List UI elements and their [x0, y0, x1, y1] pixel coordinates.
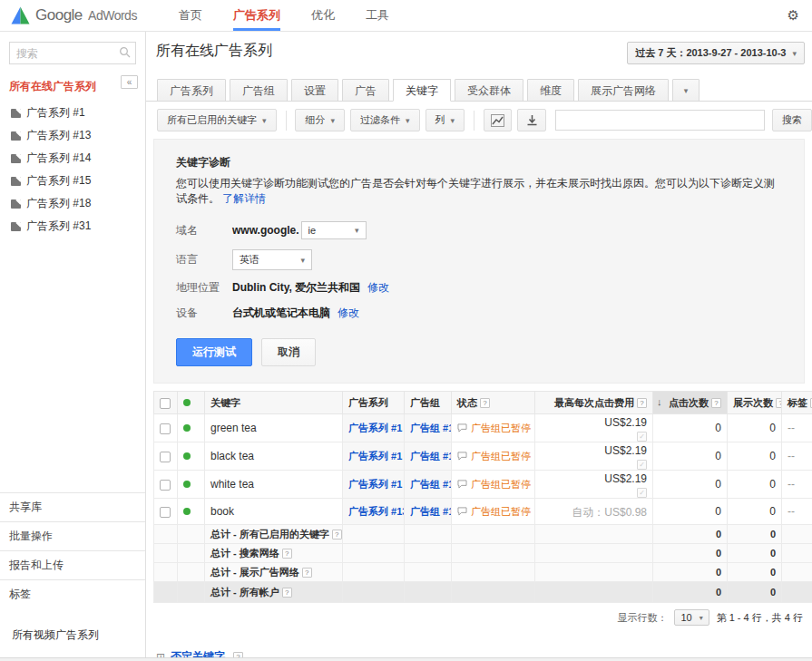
- top-navigation-bar: Google AdWords 首页 广告系列 优化 工具 ⚙: [0, 0, 812, 32]
- edit-cpc-icon[interactable]: ✓: [637, 460, 647, 470]
- row-checkbox[interactable]: [160, 423, 171, 434]
- status-cell: 广告组已暂停: [452, 471, 535, 499]
- table-header-row: 关键字 广告系列 广告组 状态? 最高每次点击费用? ↓点击次数? 展示次数? …: [154, 392, 812, 414]
- col-campaign[interactable]: 广告系列: [343, 392, 405, 414]
- tab[interactable]: 展示广告网络: [578, 79, 669, 102]
- adgroup-link[interactable]: 广告组 #1: [410, 506, 452, 517]
- help-icon[interactable]: ?: [637, 398, 647, 408]
- row-checkbox[interactable]: [160, 507, 171, 518]
- language-select[interactable]: 英语 ▾: [232, 249, 312, 270]
- col-clicks[interactable]: ↓点击次数?: [653, 392, 728, 414]
- keyword-cell[interactable]: black tea: [205, 442, 343, 471]
- sidebar-search-input[interactable]: [9, 42, 136, 64]
- run-test-button[interactable]: 运行测试: [176, 338, 252, 366]
- edit-cpc-icon[interactable]: ✓: [637, 488, 647, 498]
- campaign-link[interactable]: 广告系列 #1: [348, 423, 402, 433]
- sidebar-campaign-item[interactable]: 广告系列 #15: [0, 170, 145, 192]
- chart-button[interactable]: [484, 109, 512, 131]
- sidebar-campaign-item[interactable]: 广告系列 #14: [0, 147, 145, 170]
- help-icon[interactable]: ?: [332, 530, 342, 539]
- max-cpc-value: US$2.19: [541, 442, 647, 457]
- row-status-dot-cell: [178, 499, 205, 525]
- chevron-down-icon: ▾: [355, 226, 359, 235]
- keyword-row: black tea 广告系列 #1 广告组 #1 广告组已暂停 US$2.19✓…: [154, 442, 812, 471]
- cancel-button[interactable]: 取消: [261, 338, 316, 366]
- adgroup-link[interactable]: 广告组 #1: [410, 423, 452, 433]
- col-status[interactable]: 状态?: [452, 392, 535, 414]
- max-cpc-cell: US$2.19✓: [535, 442, 653, 471]
- keyword-cell[interactable]: book: [205, 499, 343, 525]
- learn-more-link[interactable]: 了解详情: [222, 192, 266, 205]
- device-edit-link[interactable]: 修改: [338, 306, 359, 321]
- sidebar-campaign-item[interactable]: 广告系列 #13: [0, 124, 145, 147]
- date-range-button[interactable]: 过去 7 天：2013-9-27 - 2013-10-3 ▾: [627, 42, 805, 64]
- tab[interactable]: 设置: [291, 79, 338, 102]
- help-icon[interactable]: ?: [711, 398, 721, 408]
- help-icon[interactable]: ?: [282, 549, 292, 559]
- sidebar-bottom-link[interactable]: 标签: [0, 579, 145, 608]
- table-search-button[interactable]: 搜索: [772, 109, 812, 131]
- table-search-input[interactable]: [555, 110, 765, 131]
- sidebar-bottom-link[interactable]: 共享库: [0, 492, 145, 521]
- tab[interactable]: 广告组: [230, 79, 288, 102]
- total-row: 总计 - 所有帐户? 0 0: [154, 582, 812, 603]
- all-online-campaigns-link[interactable]: 所有在线广告系列: [9, 80, 96, 92]
- row-checkbox[interactable]: [160, 452, 171, 462]
- google-adwords-logo[interactable]: Google AdWords: [11, 0, 137, 31]
- all-video-campaigns-link[interactable]: 所有视频广告系列: [0, 621, 145, 654]
- collapse-sidebar-button[interactable]: «: [121, 75, 138, 89]
- segment-dropdown[interactable]: 细分 ▾: [295, 109, 345, 131]
- gear-icon[interactable]: ⚙: [788, 0, 799, 31]
- chevron-down-icon: ▾: [699, 614, 703, 622]
- sidebar-campaign-item[interactable]: 广告系列 #1: [0, 102, 145, 124]
- tab[interactable]: 广告系列: [157, 79, 226, 102]
- columns-dropdown[interactable]: 列 ▾: [426, 109, 465, 131]
- tab[interactable]: 受众群体: [455, 79, 523, 102]
- max-cpc-value: US$2.19: [541, 471, 647, 485]
- col-keyword[interactable]: 关键字: [205, 392, 343, 414]
- col-impressions[interactable]: 展示次数?: [728, 392, 782, 414]
- help-icon[interactable]: ?: [480, 398, 490, 408]
- keyword-cell[interactable]: white tea: [205, 471, 343, 499]
- help-icon[interactable]: ?: [776, 398, 782, 408]
- tab-more-button[interactable]: ▾: [672, 79, 699, 102]
- col-labels[interactable]: 标签?: [782, 392, 812, 414]
- sidebar-campaign-item[interactable]: 广告系列 #31: [0, 215, 145, 238]
- edit-cpc-icon[interactable]: ✓: [637, 432, 647, 442]
- rows-per-page-select[interactable]: 10 ▾: [674, 609, 709, 626]
- keyword-cell[interactable]: green tea: [205, 414, 343, 442]
- col-adgroup[interactable]: 广告组: [405, 392, 452, 414]
- sidebar-campaign-item[interactable]: 广告系列 #18: [0, 192, 145, 215]
- tab[interactable]: 广告: [342, 79, 389, 102]
- expand-icon[interactable]: ⊞: [156, 651, 165, 658]
- campaign-link[interactable]: 广告系列 #1: [348, 479, 402, 490]
- row-checkbox[interactable]: [160, 480, 171, 491]
- col-max-cpc[interactable]: 最高每次点击费用?: [535, 392, 653, 414]
- help-icon[interactable]: ?: [282, 588, 292, 598]
- nav-item[interactable]: 广告系列: [233, 0, 280, 31]
- status-dot-header[interactable]: [178, 392, 205, 414]
- filter-dropdown[interactable]: 过滤条件 ▾: [350, 109, 420, 131]
- tab[interactable]: 维度: [527, 79, 574, 102]
- nav-item[interactable]: 首页: [179, 0, 202, 31]
- nav-item[interactable]: 优化: [311, 0, 335, 31]
- adgroup-link[interactable]: 广告组 #1: [410, 451, 452, 462]
- select-all-checkbox[interactable]: [160, 398, 171, 409]
- impressions-cell: 0: [728, 442, 782, 471]
- empty-cell: [405, 525, 452, 544]
- negative-keywords-link[interactable]: 否定关键字: [171, 649, 225, 657]
- campaign-link[interactable]: 广告系列 #1: [348, 451, 402, 462]
- horizontal-scrollbar-track[interactable]: [0, 657, 812, 661]
- select-all-header[interactable]: [154, 392, 178, 414]
- nav-item[interactable]: 工具: [366, 0, 389, 31]
- tab[interactable]: 关键字: [393, 79, 451, 102]
- campaign-link[interactable]: 广告系列 #13: [348, 506, 405, 517]
- help-icon[interactable]: ?: [302, 568, 312, 578]
- keyword-scope-dropdown[interactable]: 所有已启用的关键字 ▾: [157, 109, 277, 131]
- domain-tld-select[interactable]: ie ▾: [301, 221, 367, 239]
- sidebar-bottom-link[interactable]: 批量操作: [0, 521, 145, 550]
- adgroup-link[interactable]: 广告组 #1: [410, 479, 452, 490]
- download-button[interactable]: [517, 109, 545, 131]
- sidebar-bottom-link[interactable]: 报告和上传: [0, 550, 145, 579]
- location-edit-link[interactable]: 修改: [367, 280, 389, 296]
